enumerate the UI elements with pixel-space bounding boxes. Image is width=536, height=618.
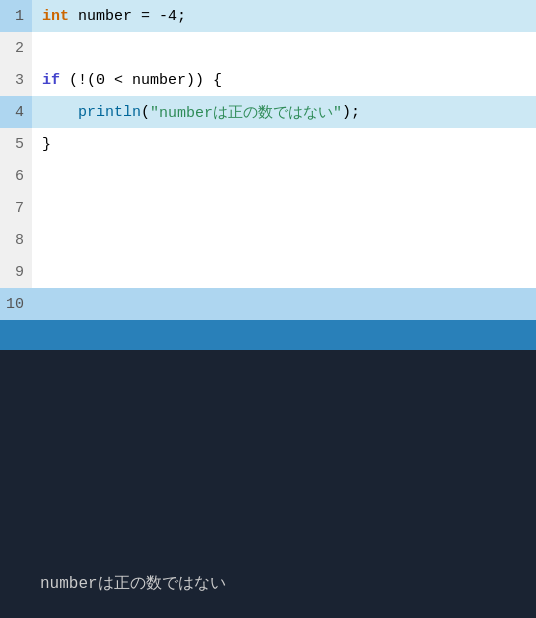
line-number-10: 10 [0, 288, 32, 320]
function-println: println [78, 104, 141, 121]
line-content-10 [32, 288, 42, 320]
line-content-2 [32, 32, 42, 64]
line-number-9: 9 [0, 256, 32, 288]
keyword-int: int [42, 8, 69, 25]
code-lines: 1 int number = -4; 2 3 if (!(0 < number)… [0, 0, 536, 320]
line-number-6: 6 [0, 160, 32, 192]
code-line-6: 6 [0, 160, 536, 192]
line-number-5: 5 [0, 128, 32, 160]
line-content-6 [32, 160, 42, 192]
code-line-10: 10 [0, 288, 536, 320]
code-text: 0 [96, 72, 105, 89]
line-content-9 [32, 256, 42, 288]
separator-band [0, 320, 536, 350]
code-indent [42, 104, 78, 121]
code-line-9: 9 [0, 256, 536, 288]
line-number-2: 2 [0, 32, 32, 64]
line-content-4: println("numberは正の数ではない"); [32, 96, 360, 128]
code-line-5: 5 } [0, 128, 536, 160]
code-text: < number)) { [105, 72, 222, 89]
code-line-2: 2 [0, 32, 536, 64]
code-line-1: 1 int number = -4; [0, 0, 536, 32]
console-area: numberは正の数ではない [0, 350, 536, 618]
line-content-1: int number = -4; [32, 0, 186, 32]
keyword-if: if [42, 72, 60, 89]
code-editor: 1 int number = -4; 2 3 if (!(0 < number)… [0, 0, 536, 320]
line-number-3: 3 [0, 64, 32, 96]
line-number-7: 7 [0, 192, 32, 224]
code-line-3: 3 if (!(0 < number)) { [0, 64, 536, 96]
line-number-8: 8 [0, 224, 32, 256]
line-number-4: 4 [0, 96, 32, 128]
line-content-5: } [32, 128, 51, 160]
code-line-8: 8 [0, 224, 536, 256]
code-text: ); [342, 104, 360, 121]
string-literal: "numberは正の数ではない" [150, 103, 342, 122]
console-output: numberは正の数ではない [40, 573, 536, 594]
code-text: (!( [60, 72, 96, 89]
code-line-7: 7 [0, 192, 536, 224]
code-text: number = -4; [69, 8, 186, 25]
line-content-7 [32, 192, 42, 224]
line-content-3: if (!(0 < number)) { [32, 64, 222, 96]
line-number-1: 1 [0, 0, 32, 32]
code-line-4: 4 println("numberは正の数ではない"); [0, 96, 536, 128]
line-content-8 [32, 224, 42, 256]
code-brace: } [42, 136, 51, 153]
code-text: ( [141, 104, 150, 121]
